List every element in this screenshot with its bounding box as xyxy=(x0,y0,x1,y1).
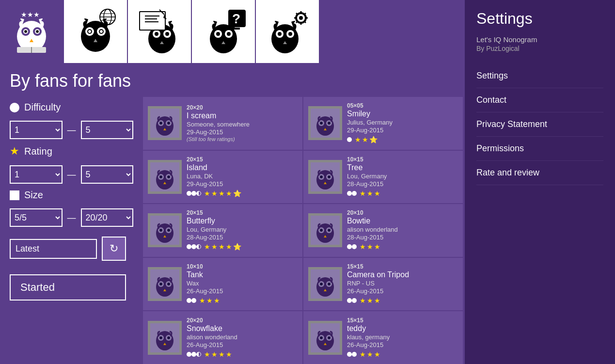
puzzle-card[interactable]: 05×05 Smiley Julius, Germany 29-Aug-2015… xyxy=(303,97,463,150)
svg-point-17 xyxy=(100,30,103,33)
dot xyxy=(187,298,191,303)
banner-item-stars[interactable]: ★★★ xyxy=(0,0,63,63)
puzzle-card[interactable]: 10×15 Tree Lou, Germany 28-Aug-2015 ★★★ xyxy=(303,151,463,204)
puzzle-card[interactable]: 20×10 Bowtie alison wonderland 28-Aug-20… xyxy=(303,204,463,257)
puzzle-thumbnail xyxy=(148,160,182,194)
dot xyxy=(347,352,352,357)
svg-point-41 xyxy=(227,32,231,36)
star-filled: ★ xyxy=(219,190,225,197)
svg-point-50 xyxy=(288,32,292,36)
difficulty-dash: — xyxy=(67,125,76,135)
puzzle-card[interactable]: 20×15 Butterfly Lou, Germany 28-Aug-2015… xyxy=(143,204,302,257)
dots-display xyxy=(347,296,357,305)
started-button[interactable]: Started xyxy=(10,274,126,301)
puzzle-thumbnail xyxy=(148,321,182,355)
puzzle-info: 20×10 Bowtie alison wonderland 28-Aug-20… xyxy=(347,209,458,251)
star-filled: ★ xyxy=(374,190,380,197)
body-area: Difficulty 12345 — 12345 ★ Rating 12345 xyxy=(0,97,465,364)
puzzle-card[interactable]: 20×20 I scream Someone, somewhere 29-Aug… xyxy=(143,97,302,150)
puzzle-ratings: ★★⭐ xyxy=(347,135,458,144)
puzzle-info: 20×20 Snowflake alison wonderland 26-Aug… xyxy=(187,317,298,359)
banner-item-gear[interactable] xyxy=(256,0,319,63)
svg-rect-45 xyxy=(234,28,240,30)
banner-item-globe[interactable] xyxy=(64,0,127,63)
star-filled: ★ xyxy=(355,136,361,143)
settings-link-privacy[interactable]: Privacy Statement xyxy=(476,112,603,137)
stars-display: ★★★ xyxy=(360,350,380,358)
puzzle-name: Butterfly xyxy=(187,217,298,225)
rating-min-select[interactable]: 12345 xyxy=(10,165,63,184)
stars-display: ★★★ xyxy=(199,297,220,304)
star-filled: ★ xyxy=(226,243,232,251)
puzzle-size: 10×15 xyxy=(347,156,458,163)
difficulty-label: Difficulty xyxy=(10,102,133,113)
settings-link-contact[interactable]: Contact xyxy=(476,88,603,112)
size-icon xyxy=(10,190,19,200)
dot xyxy=(187,244,191,249)
puzzle-name: I scream xyxy=(187,111,298,120)
svg-point-27 xyxy=(155,32,158,36)
puzzle-card[interactable]: 10×10 Tank Wax 26-Aug-2015 ★★★ xyxy=(143,258,302,311)
puzzle-author: Lou, Germany xyxy=(187,226,298,233)
svg-point-108 xyxy=(159,283,162,285)
svg-point-6 xyxy=(36,30,39,33)
puzzle-ratings: ★★★ xyxy=(347,350,458,359)
size-max-select[interactable]: 5/510/1015/1520/20 xyxy=(81,208,134,227)
settings-link-settings[interactable]: Settings xyxy=(476,64,603,88)
puzzle-size: 20×20 xyxy=(187,104,298,111)
star-half: ⭐ xyxy=(233,243,241,251)
sort-input[interactable]: Latest xyxy=(10,239,97,259)
top-banner: ★★★ xyxy=(0,0,465,63)
puzzle-card[interactable]: 20×20 Snowflake alison wonderland 26-Aug… xyxy=(143,311,302,364)
puzzle-size: 10×10 xyxy=(187,263,298,270)
puzzle-card[interactable]: 20×15 Island Luna, DK 29-Aug-2015 ★★★★⭐ xyxy=(143,151,302,204)
rating-dash: — xyxy=(67,170,76,180)
banner-item-question[interactable]: ? xyxy=(192,0,255,63)
dot xyxy=(347,298,352,303)
star-filled: ★ xyxy=(374,297,380,304)
puzzle-size: 15×15 xyxy=(347,317,458,324)
svg-rect-31 xyxy=(140,12,165,30)
svg-point-66 xyxy=(159,122,162,125)
puzzle-size: 20×15 xyxy=(187,156,298,163)
dot xyxy=(191,352,196,357)
difficulty-max-select[interactable]: 12345 xyxy=(81,121,134,139)
svg-point-28 xyxy=(165,32,169,36)
svg-line-61 xyxy=(296,21,298,23)
banner-item-board[interactable] xyxy=(128,0,191,63)
svg-point-81 xyxy=(167,175,170,178)
puzzle-author: RNP - US xyxy=(347,280,458,287)
difficulty-min-select[interactable]: 12345 xyxy=(10,121,63,139)
star-filled: ★ xyxy=(374,243,380,251)
puzzle-ratings: ★★★ xyxy=(347,189,458,198)
puzzle-card[interactable]: 15×15 Camera on Tripod RNP - US 26-Aug-2… xyxy=(303,258,463,311)
puzzle-card[interactable]: 15×15 teddy klaus, germany 26-Aug-2015 ★… xyxy=(303,311,463,364)
size-label: Size xyxy=(10,190,133,201)
settings-link-permissions[interactable]: Permissions xyxy=(476,137,603,161)
stars-display: ★★★ xyxy=(360,297,380,304)
size-min-select[interactable]: 5/510/1015/1520/20 xyxy=(10,208,63,227)
svg-point-88 xyxy=(328,175,331,178)
puzzle-date: 26-Aug-2015 xyxy=(187,341,298,348)
svg-point-115 xyxy=(320,283,323,285)
star-half: ⭐ xyxy=(369,136,378,143)
puzzle-size: 15×15 xyxy=(347,263,458,270)
svg-point-129 xyxy=(320,336,323,339)
dot xyxy=(352,244,357,249)
star-filled: ★ xyxy=(362,136,368,143)
dot xyxy=(352,298,357,303)
rating-max-select[interactable]: 12345 xyxy=(81,165,134,184)
svg-point-87 xyxy=(320,175,323,178)
puzzle-thumbnail xyxy=(308,321,342,355)
puzzle-author: Someone, somewhere xyxy=(187,121,298,128)
puzzle-thumbnail xyxy=(148,213,182,247)
star-filled: ★ xyxy=(226,350,232,358)
star-filled: ★ xyxy=(199,297,205,304)
dots-display xyxy=(187,350,201,359)
puzzle-name: Camera on Tripod xyxy=(347,270,458,279)
puzzle-date: 28-Aug-2015 xyxy=(347,180,458,188)
settings-link-rate[interactable]: Rate and review xyxy=(476,161,603,185)
refresh-button[interactable]: ↻ xyxy=(102,237,126,261)
star-filled: ★ xyxy=(360,190,366,197)
dot xyxy=(347,244,352,249)
